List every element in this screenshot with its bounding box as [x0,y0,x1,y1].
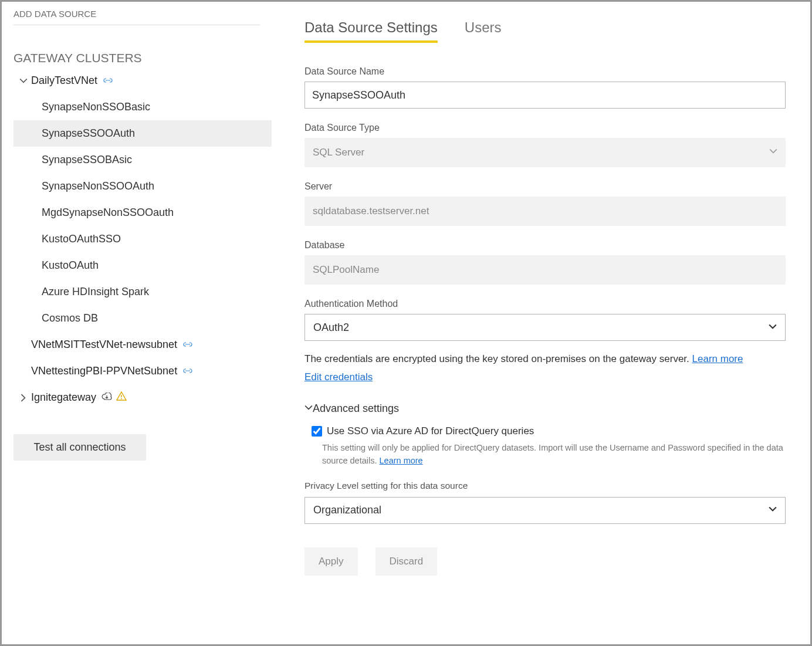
cluster-vnetmsit[interactable]: VNetMSITTestVNet-newsubnet [13,332,272,358]
server-value-box: sqldatabase.testserver.net [304,197,786,226]
datasource-item[interactable]: Cosmos DB [13,305,272,332]
server-value: sqldatabase.testserver.net [313,205,429,217]
add-data-source-link[interactable]: ADD DATA SOURCE [13,8,260,25]
cluster-label: DailyTestVNet [31,75,97,87]
privacy-level-label: Privacy Level setting for this data sour… [304,481,810,491]
edit-credentials-link[interactable]: Edit credentials [304,371,373,383]
credentials-info-line: The credentials are encrypted using the … [304,350,810,368]
use-sso-checkbox[interactable] [312,426,322,437]
cluster-label: VNetMSITTestVNet-newsubnet [31,339,177,351]
gateway-clusters-heading: GATEWAY CLUSTERS [13,51,278,65]
chevron-down-icon [769,322,777,334]
auth-method-label: Authentication Method [304,299,786,309]
chevron-down-icon [16,77,31,85]
chevron-right-icon [16,394,31,402]
datasource-item[interactable]: SynapseNonSSOBasic [13,94,272,120]
datasource-item[interactable]: KustoOAuthSSO [13,226,272,252]
learn-more-link[interactable]: Learn more [692,353,743,364]
advanced-settings-toggle[interactable]: Advanced settings [304,403,810,415]
tabs: Data Source Settings Users [304,19,810,43]
chevron-down-icon [769,504,777,516]
right-pane: Data Source Settings Users Data Source N… [278,2,810,644]
link-icon [103,75,113,87]
advanced-settings-label: Advanced settings [313,403,399,415]
auth-method-select[interactable]: OAuth2 [304,314,786,341]
apply-button[interactable]: Apply [304,547,358,576]
cluster-label: Ignitegateway [31,391,96,404]
left-pane: ADD DATA SOURCE GATEWAY CLUSTERS DailyTe… [2,2,278,644]
link-icon [183,365,192,377]
app-frame: ADD DATA SOURCE GATEWAY CLUSTERS DailyTe… [0,0,812,646]
sso-learn-more-link[interactable]: Learn more [380,456,423,465]
auth-method-value: OAuth2 [313,322,349,334]
chevron-down-icon [769,147,777,158]
datasource-item[interactable]: SynapseNonSSOOAuth [13,173,272,199]
data-source-type-value: SQL Server [313,147,364,158]
database-label: Database [304,240,786,251]
datasource-item[interactable]: Azure HDInsight Spark [13,279,272,305]
cluster-label: VNettestingPBI-PPVNetSubnet [31,365,177,377]
data-source-type-label: Data Source Type [304,123,786,133]
use-sso-label: Use SSO via Azure AD for DirectQuery que… [327,425,534,437]
test-all-connections-button[interactable]: Test all connections [13,434,146,461]
datasource-item-selected[interactable]: SynapseSSOOAuth [13,120,272,147]
data-source-type-select: SQL Server [304,138,786,167]
database-value-box: SQLPoolName [304,255,786,285]
link-icon [183,339,192,351]
database-value: SQLPoolName [313,264,379,276]
datasource-item[interactable]: MgdSynapseNonSSOOauth [13,199,272,226]
cluster-vnettestingpbi[interactable]: VNettestingPBI-PPVNetSubnet [13,358,272,384]
data-source-name-input[interactable] [304,82,786,109]
warning-icon [116,391,127,404]
server-label: Server [304,181,786,192]
datasource-item[interactable]: SynapseSSOBAsic [13,147,272,173]
sso-help-text: This setting will only be applied for Di… [322,442,797,468]
credentials-info-text: The credentials are encrypted using the … [304,353,692,364]
cluster-dailytestvnet[interactable]: DailyTestVNet [13,67,272,94]
data-source-name-label: Data Source Name [304,66,786,77]
privacy-level-value: Organizational [313,504,381,516]
cloud-download-icon [101,391,113,404]
cluster-ignitegateway[interactable]: Ignitegateway [13,384,272,411]
svg-point-1 [121,398,122,400]
datasource-item[interactable]: KustoOAuth [13,252,272,279]
discard-button[interactable]: Discard [375,547,438,576]
tab-users[interactable]: Users [465,19,502,43]
tab-data-source-settings[interactable]: Data Source Settings [304,19,438,43]
privacy-level-select[interactable]: Organizational [304,497,786,524]
chevron-down-icon [304,403,313,415]
